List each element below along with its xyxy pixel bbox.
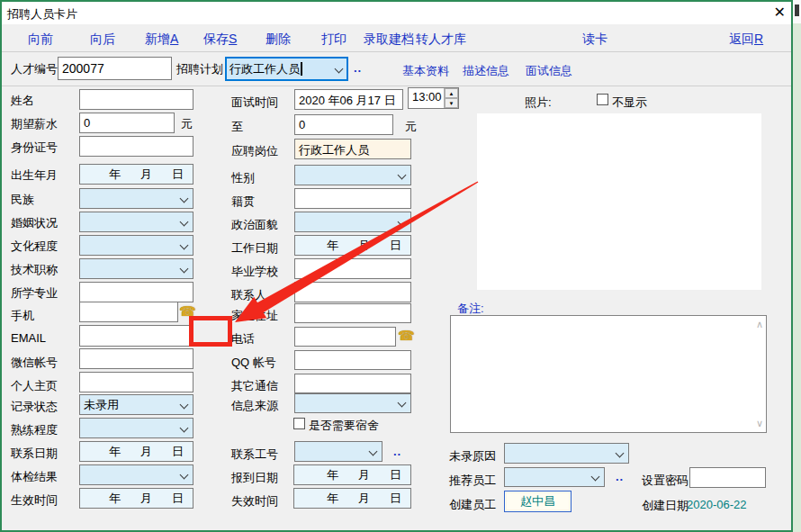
- interview-date-input[interactable]: 2020 年06 月17 日: [294, 89, 403, 110]
- toolbar-separator: [2, 51, 791, 52]
- political-status-dropdown[interactable]: [294, 212, 411, 232]
- school-input[interactable]: [294, 258, 411, 279]
- home-address-input[interactable]: [294, 303, 411, 323]
- dorm-checkbox[interactable]: [293, 418, 305, 429]
- spinner-up-icon[interactable]: ▲: [445, 88, 458, 98]
- marriage-dropdown[interactable]: [79, 212, 194, 232]
- chevron-down-icon[interactable]: [335, 66, 342, 73]
- toolbar-forward-button[interactable]: 向前: [28, 32, 53, 48]
- salary-input[interactable]: [79, 113, 175, 133]
- birth-date-label: 出生年月: [11, 167, 58, 184]
- close-icon[interactable]: ✕: [774, 4, 786, 22]
- other-contact-input[interactable]: [294, 374, 411, 393]
- id-number-input[interactable]: [79, 136, 194, 157]
- interview-time-spinner[interactable]: 13:00 ▲ ▼: [408, 87, 459, 109]
- day-placeholder: 日: [172, 167, 184, 183]
- photo-area[interactable]: [477, 113, 761, 290]
- toolbar-hire-button[interactable]: 录取建档: [364, 32, 414, 48]
- major-input[interactable]: [79, 282, 194, 302]
- mobile-label: 手机: [11, 308, 34, 324]
- id-number-label: 身份证号: [11, 140, 58, 156]
- work-date-input[interactable]: 年 月 日: [294, 235, 411, 256]
- year-placeholder: 年: [109, 167, 121, 183]
- report-date-input[interactable]: 年 月 日: [293, 464, 411, 485]
- education-dropdown[interactable]: [79, 235, 194, 256]
- contact-no-dropdown[interactable]: [294, 441, 382, 462]
- expire-time-input[interactable]: 年 月 日: [293, 488, 411, 509]
- email-input[interactable]: [79, 325, 194, 347]
- referrer-more-button[interactable]: ..: [616, 470, 624, 483]
- toolbar-save-button[interactable]: 保存S: [203, 32, 237, 48]
- reject-reason-label: 未录原因: [449, 448, 496, 464]
- telephone-label: 电话: [231, 331, 255, 347]
- medical-exam-label: 体检结果: [11, 469, 58, 485]
- effective-time-input[interactable]: 年 月 日: [79, 488, 194, 509]
- referrer-dropdown[interactable]: [504, 467, 605, 487]
- title-bar: 招聘人员卡片 ✕: [2, 2, 791, 24]
- wechat-input[interactable]: [79, 348, 194, 369]
- ethnicity-dropdown[interactable]: [79, 188, 194, 209]
- toolbar-transfer-button[interactable]: 转人才库: [416, 32, 466, 48]
- remark-textarea[interactable]: ∧ ∨: [450, 315, 767, 433]
- name-label: 姓名: [11, 93, 34, 109]
- month-placeholder: 月: [358, 467, 370, 483]
- ethnicity-label: 民族: [11, 192, 34, 208]
- telephone-input[interactable]: [294, 327, 396, 347]
- salary-to-input[interactable]: [294, 114, 393, 135]
- toolbar-add-text: 新增: [145, 32, 170, 46]
- creator-label: 创建员工: [449, 497, 496, 513]
- marriage-label: 婚姻状况: [11, 215, 58, 231]
- plan-more-button[interactable]: ..: [354, 61, 362, 75]
- scroll-down-icon[interactable]: ∨: [756, 419, 763, 428]
- chevron-down-icon: [616, 450, 623, 457]
- tab-description[interactable]: 描述信息: [463, 63, 509, 79]
- day-placeholder: 日: [390, 491, 401, 507]
- skill-level-label: 熟练程度: [11, 422, 58, 438]
- spinner-down-icon[interactable]: ▼: [445, 98, 458, 108]
- native-place-input[interactable]: [294, 188, 411, 209]
- toolbar-print-button[interactable]: 打印: [321, 32, 346, 48]
- mobile-input[interactable]: [79, 302, 178, 322]
- reject-reason-dropdown[interactable]: [504, 443, 629, 464]
- birth-date-input[interactable]: 年 月 日: [79, 164, 194, 185]
- referrer-label: 推荐员工: [449, 473, 496, 489]
- toolbar-add-hotkey: A: [170, 32, 178, 46]
- hide-photo-checkbox[interactable]: [597, 94, 608, 105]
- toolbar-delete-button[interactable]: 删除: [266, 32, 291, 48]
- toolbar-return-button[interactable]: 返回R: [729, 32, 763, 48]
- tech-title-dropdown[interactable]: [79, 258, 194, 279]
- talent-no-input[interactable]: [58, 57, 172, 80]
- tab-interview-info[interactable]: 面试信息: [526, 63, 572, 79]
- medical-exam-dropdown[interactable]: [79, 464, 194, 485]
- homepage-input[interactable]: [79, 372, 194, 392]
- salary-to-unit-label: 元: [405, 119, 417, 135]
- tab-basic-info[interactable]: 基本资料: [402, 63, 449, 79]
- gender-dropdown[interactable]: [294, 165, 411, 185]
- home-address-label: 家庭住址: [231, 308, 278, 324]
- scroll-up-icon[interactable]: ∧: [756, 320, 763, 329]
- day-placeholder: 日: [172, 491, 184, 507]
- contact-person-input[interactable]: [294, 282, 411, 302]
- qq-input[interactable]: [294, 350, 411, 370]
- name-input[interactable]: [79, 89, 194, 110]
- political-status-label: 政治面貌: [231, 217, 278, 233]
- school-label: 毕业学校: [231, 264, 278, 280]
- toolbar-backward-button[interactable]: 向后: [90, 32, 115, 48]
- phone-dial-icon[interactable]: ☎: [398, 329, 415, 342]
- day-placeholder: 日: [390, 238, 401, 254]
- plan-combobox[interactable]: 行政工作人员: [225, 57, 348, 81]
- contact-person-label: 联系人: [231, 287, 266, 303]
- window-title: 招聘人员卡片: [7, 6, 77, 23]
- toolbar-add-button[interactable]: 新增A: [145, 32, 178, 48]
- wechat-label: 微信帐号: [11, 355, 58, 371]
- toolbar-readcard-button[interactable]: 读卡: [582, 32, 608, 48]
- position-input[interactable]: 行政工作人员: [294, 139, 411, 159]
- skill-level-dropdown[interactable]: [79, 418, 194, 438]
- background-window-sliver-top: [793, 0, 801, 23]
- contact-no-more-button[interactable]: ..: [393, 445, 401, 458]
- report-date-label: 报到日期: [231, 470, 278, 486]
- record-status-dropdown[interactable]: 未录用: [79, 394, 194, 415]
- info-source-dropdown[interactable]: [294, 393, 411, 413]
- set-password-input[interactable]: [689, 467, 766, 488]
- contact-date-input[interactable]: 年 月 日: [79, 441, 194, 462]
